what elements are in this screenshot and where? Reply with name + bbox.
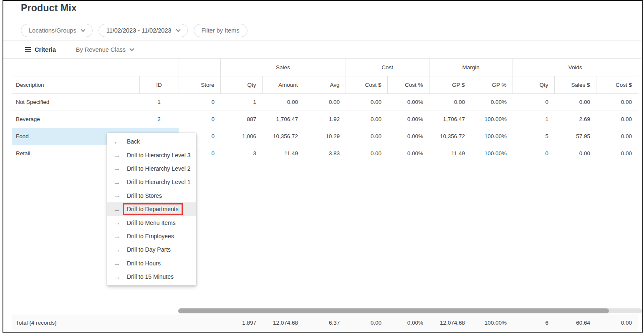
table-cell: 10,356.72 [262, 128, 304, 145]
column-header-store[interactable]: Store [179, 76, 220, 93]
arrow-right-icon: → [113, 232, 121, 240]
menu-item-drill-to-hours[interactable]: →Drill to Hours [107, 257, 196, 270]
table-cell: 100.00% [471, 145, 513, 162]
table-cell: 1 [513, 111, 554, 128]
table-cell: 0.00 [596, 128, 638, 145]
table-cell: 1,006 [220, 128, 262, 145]
menu-item-drill-to-hierarchy-level-1[interactable]: →Drill to Hierarchy Level 1 [107, 175, 196, 189]
table-cell: 0.00 [596, 145, 638, 162]
menu-item-drill-to-15-minutes[interactable]: →Drill to 15 Minutes [107, 270, 196, 283]
arrow-left-icon: ← [113, 138, 121, 145]
criteria-label[interactable]: Criteria [35, 46, 56, 53]
table-cell: 0.00% [387, 111, 429, 128]
table-cell: 0 [513, 145, 554, 162]
menu-item-label: Drill to Hierarchy Level 1 [127, 179, 191, 185]
menu-item-drill-to-hierarchy-level-3[interactable]: →Drill to Hierarchy Level 3 [107, 148, 196, 161]
locations-groups-filter[interactable]: Locations/Groups [21, 24, 93, 37]
menu-item-label: Back [127, 138, 140, 145]
date-range-filter[interactable]: 11/02/2023 - 11/02/2023 [98, 24, 188, 37]
table-row-not-specified[interactable]: Not Specified1010.000.000.000.00%0.000.0… [12, 93, 638, 111]
total-cell: 6.37 [304, 314, 346, 331]
table-cell: 0 [513, 93, 554, 111]
table-cell: 10.29 [304, 128, 346, 145]
table-row-beverage[interactable]: Beverage208871,706.471.920.000.00%1,706.… [12, 111, 638, 128]
menu-item-label: Drill to Hours [127, 260, 161, 267]
menu-item-label: Drill to Hierarchy Level 2 [127, 165, 191, 172]
table-cell: 0.00 [554, 93, 596, 111]
table-cell: 3 [220, 145, 262, 162]
group-header-sales: Sales [220, 59, 346, 76]
chevron-down-icon [176, 27, 180, 32]
table-cell: 0.00 [346, 93, 387, 111]
filter-lines-icon[interactable] [25, 47, 31, 52]
table-cell: 0.00 [429, 93, 471, 111]
column-header-cost-[interactable]: Cost $ [346, 76, 387, 93]
horizontal-scrollbar-track [605, 308, 642, 313]
column-header-qty[interactable]: Qty [513, 76, 554, 93]
total-cell: 0.00 [596, 314, 638, 331]
table-cell: 3.83 [304, 145, 346, 162]
menu-item-label: Drill to 15 Minutes [127, 273, 174, 280]
revenue-class-dropdown[interactable]: By Revenue Class [76, 46, 134, 53]
page-title: Product Mix [21, 3, 77, 14]
total-cell: 6 [513, 314, 554, 331]
column-header-cost-[interactable]: Cost % [387, 76, 429, 93]
group-header-cost: Cost [346, 59, 429, 76]
menu-item-drill-to-menu-items[interactable]: →Drill to Menu Items [107, 216, 196, 229]
table-cell: 11.49 [429, 145, 471, 162]
arrow-right-icon: → [113, 260, 121, 267]
menu-item-drill-to-departments[interactable]: →Drill to Departments [107, 202, 196, 216]
table-cell: 5 [513, 128, 554, 145]
table-cell: 0.00% [387, 145, 429, 162]
menu-item-drill-to-day-parts[interactable]: →Drill to Day Parts [107, 243, 196, 256]
column-header-id[interactable]: ID [139, 76, 179, 93]
table-cell: 0.00 [304, 93, 346, 111]
total-cell: 0.00% [387, 314, 429, 331]
filter-pills: Locations/Groups 11/02/2023 - 11/02/2023… [21, 24, 247, 37]
table-cell: Not Specified [12, 93, 139, 111]
locations-groups-label: Locations/Groups [29, 27, 76, 34]
menu-item-back[interactable]: ←Back [107, 135, 196, 148]
arrow-right-icon: → [113, 273, 121, 280]
table-cell: 0.00 [596, 93, 638, 111]
chevron-down-icon [129, 46, 134, 51]
group-header-blank [12, 59, 179, 76]
menu-item-label: Drill to Menu Items [127, 219, 176, 226]
table-cell: 100.00% [471, 128, 513, 145]
column-header-qty[interactable]: Qty [220, 76, 262, 93]
column-header-gp-[interactable]: GP $ [429, 76, 471, 93]
table-cell: 1 [139, 93, 179, 111]
table-cell: 2.69 [554, 111, 596, 128]
arrow-right-icon: → [113, 219, 121, 226]
menu-item-drill-to-stores[interactable]: →Drill to Stores [107, 189, 196, 202]
column-header-avg[interactable]: Avg [304, 76, 346, 93]
arrow-right-icon: → [113, 165, 121, 172]
menu-item-label: Drill to Hierarchy Level 3 [127, 152, 191, 159]
total-row: Total (4 records)1,89712,074.686.370.000… [12, 314, 638, 331]
date-range-label: 11/02/2023 - 11/02/2023 [106, 27, 172, 34]
menu-item-label: Drill to Employees [127, 233, 174, 240]
table-cell: 100.00% [471, 111, 513, 128]
menu-item-drill-to-employees[interactable]: →Drill to Employees [107, 230, 196, 243]
total-cell: 12,074.68 [429, 314, 471, 331]
table-cell: 0.00 [554, 145, 596, 162]
items-filter[interactable]: Filter by Items [194, 24, 247, 37]
column-header-cost-[interactable]: Cost $ [596, 76, 638, 93]
arrow-right-icon: → [113, 246, 121, 253]
menu-item-label-annotated: Drill to Departments [123, 203, 183, 215]
table-cell: 0.00 [346, 111, 387, 128]
column-header-sales-[interactable]: Sales $ [554, 76, 596, 93]
column-header-amount[interactable]: Amount [262, 76, 304, 93]
horizontal-scrollbar-thumb[interactable] [178, 308, 609, 313]
menu-item-drill-to-hierarchy-level-2[interactable]: →Drill to Hierarchy Level 2 [107, 162, 196, 175]
table-cell: 0.00 [596, 111, 638, 128]
table-cell: 887 [220, 111, 262, 128]
arrow-right-icon: → [113, 192, 121, 199]
column-header-gp-[interactable]: GP % [471, 76, 513, 93]
table-cell: 0.00 [346, 128, 387, 145]
table-row-retail[interactable]: Retail0311.493.830.000.00%11.49100.00%00… [12, 145, 638, 162]
table-cell: 10,356.72 [429, 128, 471, 145]
table-row-food[interactable]: Food01,00610,356.7210.290.000.00%10,356.… [12, 128, 638, 145]
column-header-description[interactable]: Description [12, 76, 139, 93]
total-cell [139, 314, 179, 331]
